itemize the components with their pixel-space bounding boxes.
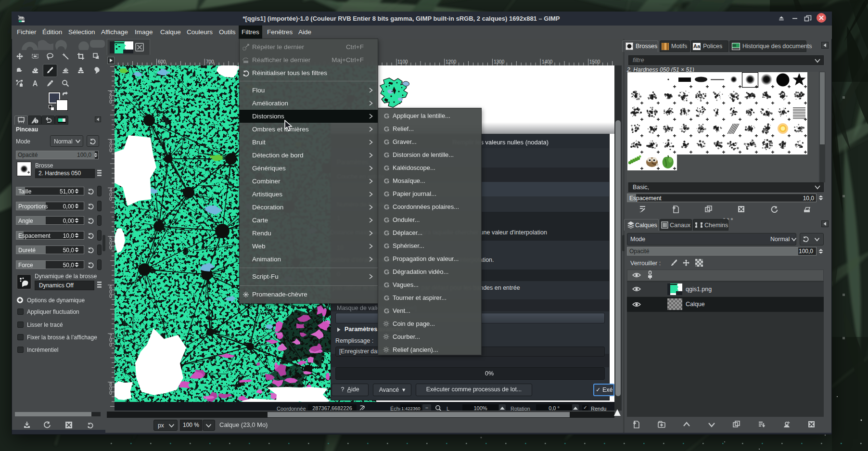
svg-text:G: G [384,255,390,262]
svg-text:1400: 1400 [542,59,553,64]
svg-text:0: 0 [109,99,112,104]
svg-text:0: 0 [109,294,112,299]
svg-text:G: G [384,151,390,158]
svg-text:700: 700 [206,59,214,64]
svg-text:i: i [36,119,37,124]
svg-text:0: 0 [109,245,112,250]
svg-text:1100: 1100 [397,59,408,64]
svg-text:G: G [384,125,390,132]
svg-text:G: G [384,177,390,184]
svg-text:G: G [384,242,390,249]
svg-text:G: G [384,164,390,171]
svg-text:0: 0 [109,390,112,396]
svg-text:G: G [384,112,390,119]
svg-text:1500: 1500 [589,59,600,64]
svg-text:G: G [384,307,390,314]
svg-text:G: G [384,138,390,145]
svg-text:G: G [384,229,390,236]
svg-text:G: G [384,268,390,275]
svg-text:G: G [384,216,390,223]
svg-text:G: G [384,190,390,197]
svg-text:0: 0 [109,148,112,153]
svg-text:1200: 1200 [446,59,457,64]
svg-text:G: G [384,294,390,301]
svg-text:0: 0 [109,342,112,348]
svg-text:1300: 1300 [494,59,505,64]
svg-text:0: 0 [109,196,112,202]
svg-text:600: 600 [158,59,166,64]
svg-text:G: G [384,281,390,288]
svg-text:G: G [384,203,390,210]
